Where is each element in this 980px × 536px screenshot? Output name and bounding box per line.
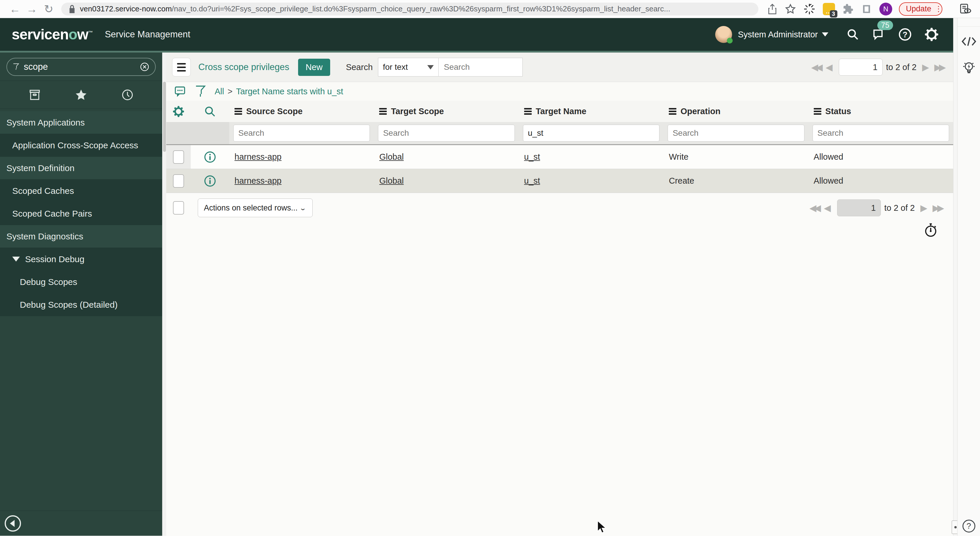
page-number-input[interactable] xyxy=(839,59,883,76)
column-header-target-name[interactable]: Target Name xyxy=(519,107,663,116)
extensions-puzzle-icon[interactable] xyxy=(843,3,854,14)
filter-status-input[interactable] xyxy=(813,124,949,142)
sidebar-item-system-diagnostics[interactable]: System Diagnostics xyxy=(0,225,162,248)
rail-help-icon[interactable]: ? xyxy=(958,520,980,533)
expand-caret-icon[interactable] xyxy=(12,257,20,262)
navigator-results: System Applications Application Cross-Sc… xyxy=(0,111,162,316)
filter-target-scope-input[interactable] xyxy=(378,124,514,142)
first-page-icon[interactable]: ◀◀ xyxy=(810,203,819,214)
chat-icon[interactable]: 75 xyxy=(872,28,886,41)
cell-target-name[interactable]: u_st xyxy=(519,152,663,162)
next-page-icon[interactable]: ▶ xyxy=(922,62,929,73)
spinner-extension-icon[interactable] xyxy=(803,3,815,15)
browser-reload-button[interactable]: ↻ xyxy=(40,3,57,14)
browser-forward-button[interactable]: → xyxy=(23,3,40,14)
last-page-icon[interactable]: ▶▶ xyxy=(934,62,943,73)
global-search-icon[interactable] xyxy=(846,28,859,41)
share-icon[interactable] xyxy=(767,3,777,14)
breadcrumb-all[interactable]: All xyxy=(215,87,224,96)
url-domain: ven03172.service-now.com xyxy=(80,5,172,13)
cell-target-name[interactable]: u_st xyxy=(519,176,663,186)
sidebar-item-system-applications[interactable]: System Applications xyxy=(0,111,162,134)
help-icon[interactable]: ? xyxy=(898,28,912,41)
cell-source-scope[interactable]: harness-app xyxy=(229,152,374,162)
prev-page-icon[interactable]: ◀ xyxy=(824,203,831,214)
sidebar-item-session-debug[interactable]: Session Debug xyxy=(0,248,162,271)
sidebar-item-debug-scopes-detailed[interactable]: Debug Scopes (Detailed) xyxy=(0,294,162,316)
sidebar-scrollbar[interactable] xyxy=(162,53,166,536)
column-header-status[interactable]: Status xyxy=(808,107,953,116)
cell-target-scope[interactable]: Global xyxy=(374,176,519,186)
address-bar[interactable]: ven03172.service-now.com/nav_to.do?uri=%… xyxy=(61,3,758,16)
sidebar-item-debug-scopes[interactable]: Debug Scopes xyxy=(0,271,162,294)
list-search-input[interactable] xyxy=(439,58,523,77)
column-menu-icon xyxy=(379,108,387,115)
row-range-label: to 2 of 2 xyxy=(886,62,917,72)
breadcrumb-filter-condition[interactable]: Target Name starts with u_st xyxy=(236,87,343,96)
browser-back-button[interactable]: ← xyxy=(6,3,23,14)
servicenow-logo[interactable]: servicenow™ xyxy=(12,26,92,43)
settings-gear-icon[interactable] xyxy=(924,27,939,41)
sidebar-item-scoped-caches[interactable]: Scoped Caches xyxy=(0,180,162,202)
sidebar-item-application-cross-scope-access[interactable]: Application Cross-Scope Access xyxy=(0,134,162,157)
row-range-label: to 2 of 2 xyxy=(885,203,915,213)
last-page-icon[interactable]: ▶▶ xyxy=(932,203,942,214)
select-all-checkbox[interactable] xyxy=(173,201,184,215)
page-number-input[interactable] xyxy=(837,199,881,216)
user-menu[interactable]: System Administrator xyxy=(738,30,818,40)
collapse-navigator-button[interactable] xyxy=(5,515,21,531)
code-panel-icon[interactable] xyxy=(958,35,980,48)
personalize-list-gear-icon[interactable] xyxy=(166,105,191,118)
response-time-stopwatch-icon[interactable] xyxy=(924,223,937,237)
column-header-source-scope[interactable]: Source Scope xyxy=(229,107,374,116)
url-path: /nav_to.do?uri=%2Fsys_scope_privilege_li… xyxy=(172,5,670,13)
history-tab-icon[interactable] xyxy=(121,89,134,101)
sidebar-item-system-definition[interactable]: System Definition xyxy=(0,157,162,180)
record-info-icon[interactable] xyxy=(191,151,229,163)
column-search-toggle-icon[interactable] xyxy=(191,105,229,118)
sidebar-item-scoped-cache-pairs[interactable]: Scoped Cache Pairs xyxy=(0,202,162,225)
list-context-menu-button[interactable] xyxy=(172,58,191,77)
bookmark-star-icon[interactable] xyxy=(785,3,796,14)
search-type-select[interactable]: for text xyxy=(378,58,439,77)
yellow-extension-icon[interactable]: …3 xyxy=(823,3,835,15)
actions-on-selected-rows-select[interactable]: Actions on selected rows... ⌄ xyxy=(198,198,313,217)
chrome-update-button[interactable]: Update ⋮ xyxy=(899,2,942,16)
filter-source-scope-input[interactable] xyxy=(233,124,370,142)
list-chat-icon[interactable] xyxy=(174,86,186,97)
list-title[interactable]: Cross scope privileges xyxy=(198,62,290,72)
user-avatar[interactable] xyxy=(715,26,732,43)
navigator-filter[interactable] xyxy=(6,58,156,76)
cell-source-scope[interactable]: harness-app xyxy=(229,176,374,186)
clear-filter-icon[interactable] xyxy=(140,61,150,73)
row-checkbox[interactable] xyxy=(173,150,184,164)
filter-icon[interactable] xyxy=(195,85,206,97)
favorites-tab-icon[interactable] xyxy=(75,88,88,101)
chrome-menu-icon[interactable]: ⋮ xyxy=(935,7,939,11)
record-info-icon[interactable] xyxy=(191,175,229,187)
first-page-icon[interactable]: ◀◀ xyxy=(811,62,821,73)
reading-list-panel-icon[interactable] xyxy=(959,3,972,15)
column-header-target-scope[interactable]: Target Scope xyxy=(374,107,519,116)
lock-icon xyxy=(68,5,76,13)
select-chevron-icon: ⌄ xyxy=(299,204,307,212)
new-record-button[interactable]: New xyxy=(298,59,330,76)
table-row: harness-app Global u_st Write Allowed xyxy=(166,145,953,169)
user-menu-caret-icon[interactable] xyxy=(822,32,828,37)
all-applications-tab-icon[interactable] xyxy=(29,89,41,101)
side-panel-icon[interactable] xyxy=(861,3,872,14)
cell-status: Allowed xyxy=(808,176,953,186)
mouse-cursor xyxy=(597,520,607,534)
row-checkbox[interactable] xyxy=(173,174,184,188)
profile-avatar[interactable]: N xyxy=(880,3,892,16)
prev-page-icon[interactable]: ◀ xyxy=(826,62,833,73)
filter-target-name-input[interactable] xyxy=(523,124,659,142)
navigator-filter-input[interactable] xyxy=(24,62,140,72)
cell-target-scope[interactable]: Global xyxy=(374,152,519,162)
list-content: Cross scope privileges New Search for te… xyxy=(166,53,953,536)
next-page-icon[interactable]: ▶ xyxy=(920,203,927,214)
filter-operation-input[interactable] xyxy=(668,124,804,142)
column-header-operation[interactable]: Operation xyxy=(663,107,808,116)
hints-lightbulb-icon[interactable] xyxy=(958,61,980,75)
page-scrollbar[interactable] xyxy=(953,18,957,536)
